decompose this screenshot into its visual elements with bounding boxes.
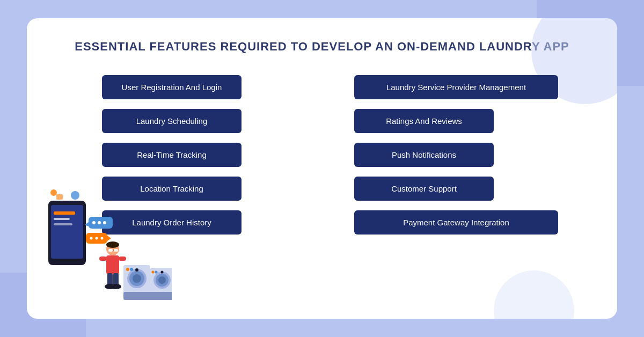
feature-btn-payment-gateway[interactable]: Payment Gateway Integration (354, 210, 558, 235)
svg-point-9 (103, 221, 106, 224)
main-card: Essential Features Required To Develop A… (27, 18, 617, 319)
svg-point-16 (106, 241, 119, 248)
right-feature-column: Laundry Service Provider ManagementRatin… (333, 70, 585, 297)
svg-point-42 (71, 191, 79, 200)
svg-point-8 (98, 221, 101, 224)
svg-point-32 (126, 268, 129, 271)
svg-point-12 (90, 237, 93, 240)
svg-rect-24 (108, 249, 113, 252)
svg-rect-25 (114, 249, 118, 252)
svg-rect-44 (56, 194, 63, 200)
feature-btn-ratings-reviews[interactable]: Ratings And Reviews (354, 109, 494, 133)
svg-point-33 (130, 268, 133, 271)
illustration (43, 185, 172, 303)
svg-point-37 (158, 276, 166, 284)
svg-point-30 (133, 274, 141, 283)
feature-btn-laundry-service-provider[interactable]: Laundry Service Provider Management (354, 75, 558, 99)
svg-point-39 (152, 271, 155, 274)
svg-rect-4 (54, 223, 72, 225)
page-title: Essential Features Required To Develop A… (59, 40, 585, 54)
svg-rect-17 (106, 255, 119, 274)
feature-btn-real-time-tracking[interactable]: Real-Time Tracking (102, 143, 241, 167)
feature-btn-laundry-scheduling[interactable]: Laundry Scheduling (102, 109, 241, 133)
svg-point-38 (161, 271, 164, 274)
svg-point-13 (96, 237, 98, 240)
feature-btn-push-notifications[interactable]: Push Notifications (354, 143, 494, 167)
svg-rect-18 (99, 257, 107, 261)
svg-marker-11 (107, 236, 111, 241)
svg-rect-3 (54, 218, 70, 220)
content-area: User Registration And LoginLaundry Sched… (59, 70, 585, 297)
svg-point-31 (135, 268, 138, 272)
svg-point-23 (111, 284, 121, 289)
svg-point-43 (50, 189, 57, 196)
svg-rect-41 (123, 292, 172, 300)
feature-btn-user-registration[interactable]: User Registration And Login (102, 75, 241, 99)
svg-point-40 (155, 271, 158, 274)
svg-point-7 (92, 221, 96, 224)
svg-rect-19 (119, 257, 126, 261)
feature-btn-customer-support[interactable]: Customer Support (354, 177, 494, 201)
svg-point-14 (101, 237, 104, 240)
svg-rect-2 (54, 211, 75, 215)
